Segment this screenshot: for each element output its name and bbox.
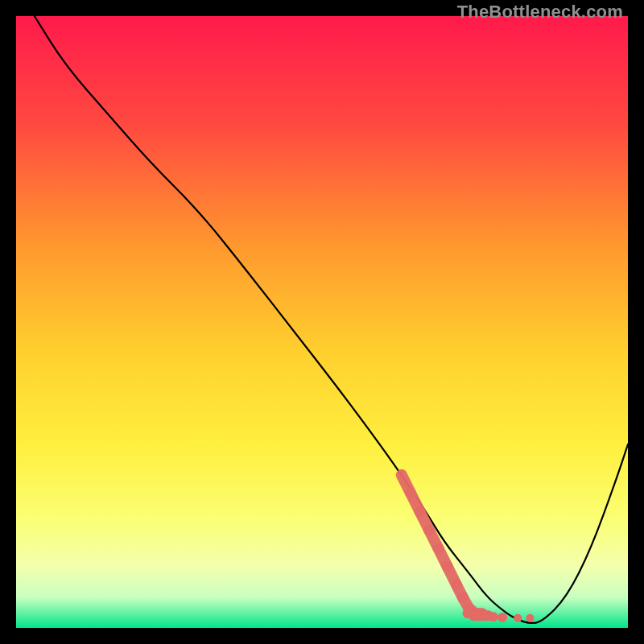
- plot-area: [16, 16, 628, 628]
- watermark: TheBottleneck.com: [457, 2, 623, 23]
- marker-dot: [497, 613, 507, 622]
- bottleneck-chart: [16, 16, 628, 628]
- gradient-background: [16, 16, 628, 628]
- marker-dot: [514, 614, 522, 622]
- chart-frame: [16, 16, 628, 628]
- marker-dot: [526, 614, 534, 622]
- marker-dot: [489, 612, 498, 621]
